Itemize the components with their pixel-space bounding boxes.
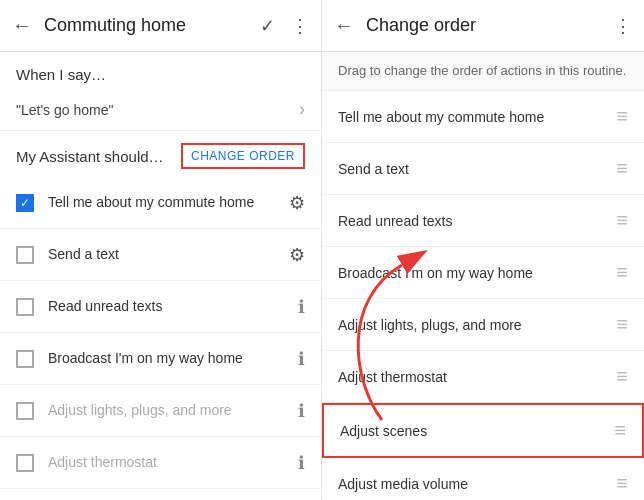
info-icon-5[interactable]: ℹ: [298, 400, 305, 422]
left-panel: ← Commuting home ✓ ⋮ When I say… "Let's …: [0, 0, 322, 500]
order-item-4[interactable]: Broadcast I'm on my way home ≡: [322, 247, 644, 299]
order-text-1: Tell me about my commute home: [338, 108, 608, 126]
info-icon-3[interactable]: ℹ: [298, 296, 305, 318]
order-text-3: Read unread texts: [338, 212, 608, 230]
order-item-2[interactable]: Send a text ≡: [322, 143, 644, 195]
order-item-5[interactable]: Adjust lights, plugs, and more ≡: [322, 299, 644, 351]
right-more-icon[interactable]: ⋮: [614, 15, 632, 37]
drag-handle-7[interactable]: ≡: [614, 419, 626, 442]
action-item-6[interactable]: Adjust thermostat ℹ: [0, 437, 321, 489]
right-description: Drag to change the order of actions in t…: [322, 52, 644, 91]
gear-icon-1[interactable]: ⚙: [289, 192, 305, 214]
checkbox-5[interactable]: [16, 402, 34, 420]
drag-handle-8[interactable]: ≡: [616, 472, 628, 495]
more-menu-icon[interactable]: ⋮: [291, 15, 309, 37]
action-text-4: Broadcast I'm on my way home: [48, 349, 290, 367]
left-header: ← Commuting home ✓ ⋮: [0, 0, 321, 52]
checkbox-6[interactable]: [16, 454, 34, 472]
right-title: Change order: [366, 15, 614, 36]
action-item-3[interactable]: Read unread texts ℹ: [0, 281, 321, 333]
order-list: Tell me about my commute home ≡ Send a t…: [322, 91, 644, 500]
order-item-1[interactable]: Tell me about my commute home ≡: [322, 91, 644, 143]
change-order-button[interactable]: CHANGE ORDER: [181, 143, 305, 169]
check-icon[interactable]: ✓: [260, 15, 275, 37]
action-text-2: Send a text: [48, 245, 281, 263]
trigger-text: "Let's go home": [16, 102, 299, 118]
drag-handle-1[interactable]: ≡: [616, 105, 628, 128]
when-label: When I say…: [0, 52, 321, 89]
action-text-5: Adjust lights, plugs, and more: [48, 401, 290, 419]
action-text-1: Tell me about my commute home: [48, 193, 281, 211]
action-item-2[interactable]: Send a text ⚙: [0, 229, 321, 281]
action-text-3: Read unread texts: [48, 297, 290, 315]
checkbox-3[interactable]: [16, 298, 34, 316]
checkbox-1[interactable]: [16, 194, 34, 212]
right-header: ← Change order ⋮: [322, 0, 644, 52]
order-text-5: Adjust lights, plugs, and more: [338, 316, 608, 334]
drag-handle-4[interactable]: ≡: [616, 261, 628, 284]
order-text-4: Broadcast I'm on my way home: [338, 264, 608, 282]
checkbox-2[interactable]: [16, 246, 34, 264]
chevron-right-icon: ›: [299, 99, 305, 120]
info-icon-6[interactable]: ℹ: [298, 452, 305, 474]
trigger-row[interactable]: "Let's go home" ›: [0, 89, 321, 131]
action-list: Tell me about my commute home ⚙ Send a t…: [0, 177, 321, 500]
action-text-6: Adjust thermostat: [48, 453, 290, 471]
order-text-8: Adjust media volume: [338, 475, 608, 493]
right-panel: ← Change order ⋮ Drag to change the orde…: [322, 0, 644, 500]
right-back-icon[interactable]: ←: [334, 14, 354, 37]
action-item-5[interactable]: Adjust lights, plugs, and more ℹ: [0, 385, 321, 437]
back-icon[interactable]: ←: [12, 14, 32, 37]
order-text-6: Adjust thermostat: [338, 368, 608, 386]
left-title: Commuting home: [44, 15, 260, 36]
checkbox-4[interactable]: [16, 350, 34, 368]
assistant-label: My Assistant should…: [16, 148, 164, 165]
order-text-2: Send a text: [338, 160, 608, 178]
drag-handle-3[interactable]: ≡: [616, 209, 628, 232]
info-icon-4[interactable]: ℹ: [298, 348, 305, 370]
order-item-3[interactable]: Read unread texts ≡: [322, 195, 644, 247]
action-item-1[interactable]: Tell me about my commute home ⚙: [0, 177, 321, 229]
order-item-8[interactable]: Adjust media volume ≡: [322, 458, 644, 500]
order-item-7[interactable]: Adjust scenes ≡: [322, 403, 644, 458]
drag-handle-5[interactable]: ≡: [616, 313, 628, 336]
drag-handle-6[interactable]: ≡: [616, 365, 628, 388]
order-item-6[interactable]: Adjust thermostat ≡: [322, 351, 644, 403]
assistant-header: My Assistant should… CHANGE ORDER: [0, 131, 321, 177]
action-item-4[interactable]: Broadcast I'm on my way home ℹ: [0, 333, 321, 385]
drag-handle-2[interactable]: ≡: [616, 157, 628, 180]
order-text-7: Adjust scenes: [340, 422, 606, 440]
gear-icon-2[interactable]: ⚙: [289, 244, 305, 266]
left-header-actions: ✓ ⋮: [260, 15, 309, 37]
